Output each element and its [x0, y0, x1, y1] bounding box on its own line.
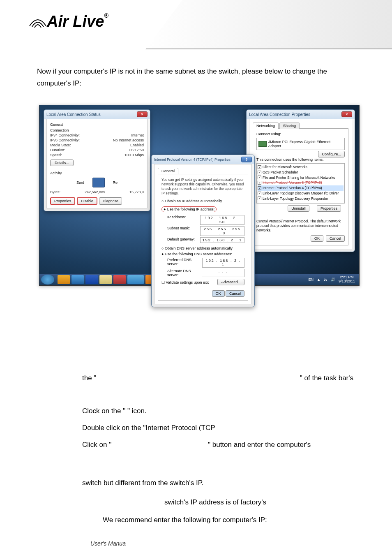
media-label: Media State: — [50, 143, 71, 147]
ip-address-row: IP address:192 . 168 . 2 . 50 — [167, 215, 244, 225]
body-lines-2-4: Clock on the " " icon. Double click on t… — [82, 403, 353, 453]
props-titlebar[interactable]: Local Area Connection Properties × — [247, 110, 355, 119]
bytes-label: Bytes: — [50, 190, 60, 194]
checkbox-icon[interactable]: ✓ — [258, 165, 261, 169]
alt-dns-row: Alternate DNS server:. . . — [167, 269, 244, 277]
status-titlebar[interactable]: Local Area Connection Status × — [44, 110, 150, 119]
body-line-1: the " " of the task bar's — [82, 370, 353, 387]
bytes-sent: 242,562,889 — [85, 190, 105, 194]
checkbox-icon[interactable]: ✓ — [258, 192, 261, 195]
pref-dns-label: Preferred DNS server: — [167, 258, 202, 268]
close-icon[interactable]: × — [137, 111, 148, 117]
list-item-label: Internet Protocol Version 4 (TCP/IPv4) — [263, 185, 322, 191]
taskbar-icon[interactable] — [58, 275, 70, 284]
radio-obtain-ip[interactable]: ○ Obtain an IP address automatically — [161, 199, 244, 203]
props-tab-content: Connect using: JMicron PCI Express Gigab… — [253, 128, 348, 245]
media-row: Media State:Enabled — [50, 143, 144, 147]
start-button[interactable] — [41, 275, 54, 284]
ipv4-title: Internet Protocol Version 4 (TCP/IPv4) P… — [154, 157, 231, 162]
uses-label: This connection uses the following items… — [256, 157, 345, 162]
clock-date: 9/13/2011 — [339, 280, 355, 284]
gateway-label: Default gateway: — [167, 237, 195, 243]
close-icon[interactable]: ? — [241, 157, 252, 162]
diagnose-button[interactable]: Diagnose — [99, 197, 122, 205]
alt-dns-input[interactable]: . . . — [202, 269, 244, 277]
checkbox-icon[interactable]: ✓ — [258, 171, 261, 174]
list-item-label: Internet Protocol Version 6 (TCP/IPv6) — [263, 180, 322, 185]
ipv4-description: You can get IP settings assigned automat… — [161, 178, 244, 196]
list-item-label: Link-Layer Topology Discovery Responder — [263, 196, 328, 201]
tab-networking[interactable]: Networking — [253, 123, 279, 129]
sent-recv-row: Sent Re — [50, 178, 144, 187]
ipv4-properties-window: Internet Protocol Version 4 (TCP/IPv4) P… — [151, 155, 255, 307]
tray-volume-icon[interactable]: 🔊 — [331, 278, 335, 282]
subnet-label: Subnet mask: — [167, 226, 190, 236]
checkbox-icon[interactable]: ✓ — [258, 176, 261, 179]
logo-area: Air Live® — [29, 12, 108, 30]
pref-dns-input[interactable]: 192 . 168 . 2 . 1 — [202, 258, 244, 268]
system-tray[interactable]: EN ▲ 🖧 🔊 2:21 PM 9/13/2011 — [309, 275, 357, 284]
details-button[interactable]: Details... — [50, 160, 74, 166]
intro-paragraph: Now if your computer's IP is not in the … — [37, 66, 357, 90]
properties-button[interactable]: Properties — [50, 197, 75, 205]
lang-indicator[interactable]: EN — [309, 278, 314, 282]
adapter-box: JMicron PCI Express Gigabit Ethernet Ada… — [256, 138, 345, 150]
body-fragment: Clock on the " " icon. — [82, 403, 353, 420]
ipv6-label: IPv6 Connectivity: — [50, 138, 80, 142]
radio-use-ip[interactable]: ● Use the following IP address: — [161, 206, 217, 212]
uninstall-button[interactable]: Uninstall — [288, 205, 309, 212]
list-item-label: Client for Microsoft Networks — [263, 164, 307, 170]
status-bottom-buttons: Properties Disable Diagnose — [50, 197, 144, 205]
close-icon[interactable]: × — [341, 111, 352, 117]
ipv6-row: IPv6 Connectivity:No Internet access — [50, 138, 144, 142]
protocol-list[interactable]: ✓Client for Microsoft Networks ✓QoS Pack… — [256, 163, 345, 204]
registered-mark: ® — [104, 12, 108, 19]
ip-address-input[interactable]: 192 . 168 . 2 . 50 — [200, 215, 244, 225]
props-tabs: Networking Sharing — [253, 123, 348, 129]
status-general-tab[interactable]: General — [50, 123, 144, 127]
taskbar-icon[interactable] — [85, 275, 98, 284]
taskbar-icon[interactable] — [99, 275, 112, 284]
alt-dns-label: Alternate DNS server: — [167, 269, 202, 277]
description-text: Control Protocol/Internet Protocol. The … — [256, 219, 345, 233]
ipv4-tab-content: You can get IP settings assigned automat… — [158, 174, 248, 301]
list-item: ✓Link-Layer Topology Discovery Responder — [258, 196, 344, 201]
body-fragment: " button and enter the computer's — [208, 441, 311, 449]
configure-button[interactable]: Configure... — [318, 151, 345, 157]
subnet-row: Subnet mask:255 . 255 . 255 . 0 — [167, 226, 244, 236]
body-fragment: " of the task bar's — [300, 370, 353, 387]
taskbar-icon[interactable] — [113, 275, 126, 284]
list-item-label: Link-Layer Topology Discovery Mapper I/O… — [263, 191, 339, 196]
list-item: ✓Client for Microsoft Networks — [258, 164, 344, 170]
list-item-label: File and Printer Sharing for Microsoft N… — [263, 175, 335, 180]
taskbar-icon[interactable] — [127, 275, 144, 284]
properties-button[interactable]: Properties — [317, 205, 341, 212]
radio-use-dns[interactable]: ● Use the following DNS server addresses… — [161, 252, 244, 256]
recv-label: Re — [113, 180, 118, 185]
checkbox-icon[interactable]: ✓ — [258, 181, 261, 185]
body-line-4: Click on " " button and enter the comput… — [82, 437, 353, 453]
ok-button[interactable]: OK — [311, 235, 323, 242]
ipv4-titlebar[interactable]: Internet Protocol Version 4 (TCP/IPv4) P… — [152, 155, 254, 164]
advanced-button[interactable]: Advanced... — [217, 279, 244, 285]
clock[interactable]: 2:21 PM 9/13/2011 — [339, 275, 355, 284]
ok-button[interactable]: OK — [212, 290, 225, 297]
radio-use-dns-label: Use the following DNS server addresses: — [165, 252, 232, 256]
checkbox-icon[interactable]: ✓ — [258, 186, 261, 190]
tray-network-icon[interactable]: 🖧 — [324, 278, 327, 282]
radio-obtain-dns[interactable]: ○ Obtain DNS server address automaticall… — [161, 246, 244, 250]
gateway-input[interactable]: 192 . 168 . 2 . 1 — [200, 237, 244, 243]
checkbox-icon[interactable]: ✓ — [258, 197, 261, 200]
airlive-logo: Air Live® — [29, 12, 108, 30]
disable-button[interactable]: Disable — [77, 197, 97, 205]
taskbar-icon[interactable] — [71, 275, 84, 284]
validate-checkbox-row[interactable]: ☐ Validate settings upon exit Advanced..… — [161, 280, 244, 284]
tab-sharing[interactable]: Sharing — [279, 123, 300, 129]
props-button-row: Install... Uninstall Properties — [256, 205, 345, 212]
tray-flag-icon[interactable]: ▲ — [317, 278, 321, 282]
subnet-input[interactable]: 255 . 255 . 255 . 0 — [200, 226, 244, 236]
ipv4-general-tab[interactable]: General — [158, 168, 178, 174]
body-line-6: switch's IP address is of factory's — [164, 494, 392, 511]
cancel-button[interactable]: Cancel — [326, 235, 345, 242]
cancel-button[interactable]: Cancel — [226, 290, 244, 297]
